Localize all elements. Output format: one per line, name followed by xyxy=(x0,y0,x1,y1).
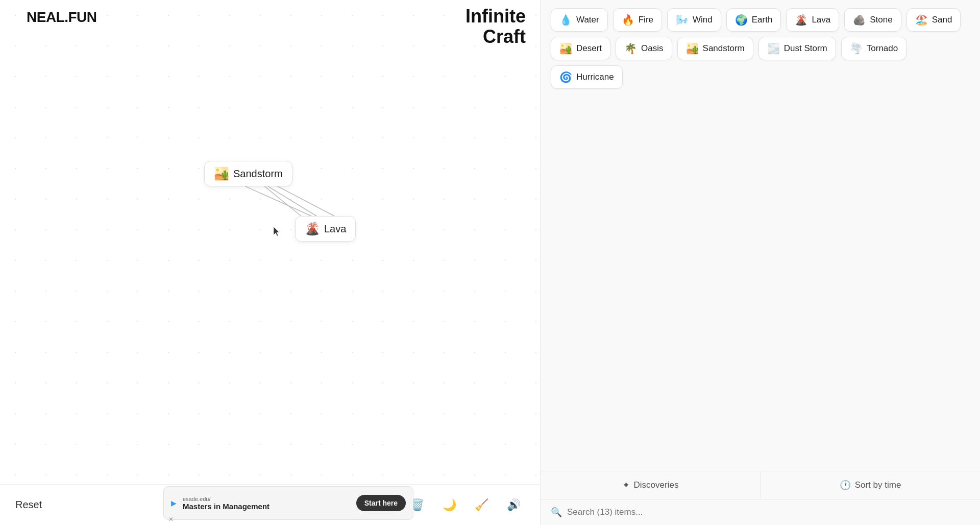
sort-tab[interactable]: 🕐 Sort by time xyxy=(761,471,980,499)
dust-storm-label: Dust Storm xyxy=(784,43,827,54)
sidebar-item-stone[interactable]: 🪨 Stone xyxy=(844,8,901,32)
sandstorm-sidebar-label: Sandstorm xyxy=(703,43,745,54)
sidebar: 💧 Water 🔥 Fire 🌬️ Wind 🌍 Earth 🌋 Lava 🪨 … xyxy=(540,0,980,525)
reset-button[interactable]: Reset xyxy=(15,499,42,511)
footer-tabs: ✦ Discoveries 🕐 Sort by time xyxy=(541,471,980,499)
sidebar-item-earth[interactable]: 🌍 Earth xyxy=(726,8,781,32)
earth-label: Earth xyxy=(752,15,773,25)
oasis-label: Oasis xyxy=(641,43,663,54)
sand-emoji: 🏖️ xyxy=(915,14,928,26)
sidebar-item-sand[interactable]: 🏖️ Sand xyxy=(906,8,961,32)
game-title: Infinite Craft xyxy=(465,6,526,46)
sidebar-item-fire[interactable]: 🔥 Fire xyxy=(613,8,662,32)
sand-label: Sand xyxy=(932,15,952,25)
bottom-icons: 🗑️ 🌙 🧹 🔊 xyxy=(406,494,525,516)
stone-emoji: 🪨 xyxy=(853,14,866,26)
sandstorm-emoji: 🏜️ xyxy=(214,166,229,181)
lava-emoji: 🌋 xyxy=(305,222,320,236)
canvas-element-lava[interactable]: 🌋 Lava xyxy=(295,216,356,242)
lava-label: Lava xyxy=(324,223,346,235)
tornado-label: Tornado xyxy=(867,43,898,54)
wind-label: Wind xyxy=(693,15,713,25)
oasis-emoji: 🌴 xyxy=(624,42,637,55)
sidebar-item-oasis[interactable]: 🌴 Oasis xyxy=(616,37,672,60)
clear-button[interactable]: 🧹 xyxy=(471,494,493,516)
connection-lines xyxy=(0,0,540,525)
stone-label: Stone xyxy=(870,15,892,25)
water-emoji: 💧 xyxy=(559,14,572,26)
water-label: Water xyxy=(576,15,599,25)
canvas-element-sandstorm[interactable]: 🏜️ Sandstorm xyxy=(204,161,292,186)
fire-label: Fire xyxy=(639,15,653,25)
sound-button[interactable]: 🔊 xyxy=(503,494,525,516)
desert-label: Desert xyxy=(576,43,602,54)
lava-sidebar-emoji: 🌋 xyxy=(795,14,807,26)
site-logo[interactable]: NEAL.FUN xyxy=(27,9,97,26)
cursor xyxy=(274,227,282,237)
discoveries-label: Discoveries xyxy=(634,480,679,490)
search-icon: 🔍 xyxy=(551,507,562,518)
sidebar-item-water[interactable]: 💧 Water xyxy=(551,8,608,32)
sandstorm-label: Sandstorm xyxy=(233,168,283,180)
fire-emoji: 🔥 xyxy=(622,14,634,26)
sidebar-item-sandstorm[interactable]: 🏜️ Sandstorm xyxy=(677,37,753,60)
search-bar: 🔍 xyxy=(541,499,980,525)
tornado-emoji: 🌪️ xyxy=(850,42,863,55)
desert-emoji: 🏜️ xyxy=(559,42,572,55)
earth-emoji: 🌍 xyxy=(735,14,748,26)
sandstorm-sidebar-emoji: 🏜️ xyxy=(686,42,699,55)
sort-label: Sort by time xyxy=(855,480,901,490)
sidebar-item-dust-storm[interactable]: 🌫️ Dust Storm xyxy=(758,37,836,60)
lava-sidebar-label: Lava xyxy=(812,15,830,25)
wind-emoji: 🌬️ xyxy=(676,14,689,26)
ad-title: Masters in Management xyxy=(183,502,350,511)
sidebar-item-tornado[interactable]: 🌪️ Tornado xyxy=(841,37,906,60)
search-input[interactable] xyxy=(567,507,970,517)
hurricane-emoji: 🌀 xyxy=(559,71,572,83)
discoveries-icon: ✦ xyxy=(622,480,630,491)
dust-storm-emoji: 🌫️ xyxy=(767,42,780,55)
clock-icon: 🕐 xyxy=(840,480,851,491)
discoveries-tab[interactable]: ✦ Discoveries xyxy=(541,471,761,499)
ad-cta-button[interactable]: Start here xyxy=(356,495,406,511)
sidebar-item-lava[interactable]: 🌋 Lava xyxy=(786,8,839,32)
sidebar-items-grid: 💧 Water 🔥 Fire 🌬️ Wind 🌍 Earth 🌋 Lava 🪨 … xyxy=(541,0,980,471)
sidebar-footer: ✦ Discoveries 🕐 Sort by time 🔍 xyxy=(541,471,980,525)
canvas-area[interactable]: 🏜️ Sandstorm 🌋 Lava xyxy=(0,0,540,525)
ad-site: esade.edu/ xyxy=(183,496,350,502)
sidebar-item-hurricane[interactable]: 🌀 Hurricane xyxy=(551,65,623,89)
dark-mode-button[interactable]: 🌙 xyxy=(438,494,460,516)
ad-banner: ▶ esade.edu/ Masters in Management Start… xyxy=(163,486,413,520)
ad-content: esade.edu/ Masters in Management xyxy=(183,496,350,511)
hurricane-label: Hurricane xyxy=(576,72,614,82)
ad-close-button[interactable]: ✕ xyxy=(168,516,174,523)
sidebar-item-desert[interactable]: 🏜️ Desert xyxy=(551,37,610,60)
sidebar-item-wind[interactable]: 🌬️ Wind xyxy=(667,8,721,32)
ad-play-icon[interactable]: ▶ xyxy=(171,499,177,507)
